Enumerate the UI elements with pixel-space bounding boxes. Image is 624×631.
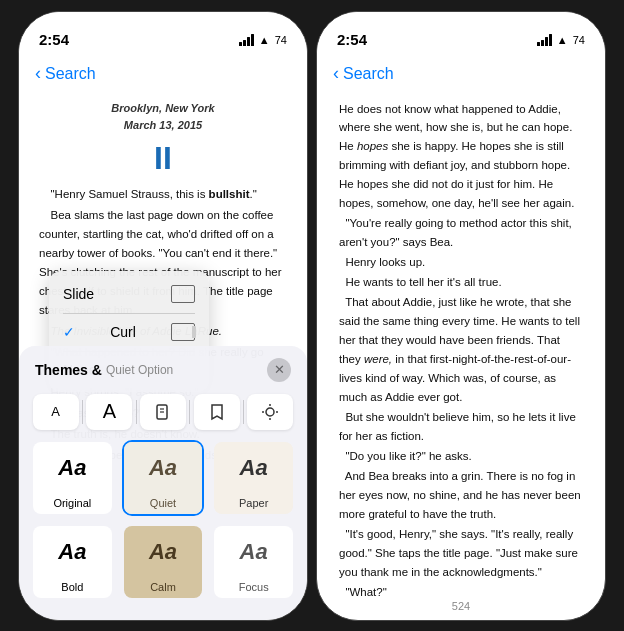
r-para-8: And Bea breaks into a grin. There is no … [339, 467, 583, 524]
transition-slide-label: Slide [63, 286, 94, 302]
theme-bold[interactable]: Aa Bold [31, 524, 114, 600]
back-button-right[interactable]: ‹ Search [333, 63, 394, 84]
r-para-3: Henry looks up. [339, 253, 583, 272]
themes-overlay: Themes & Quiet Option ✕ A A [19, 346, 307, 620]
theme-focus[interactable]: Aa Focus [212, 524, 295, 600]
font-decrease-button[interactable]: A [33, 394, 79, 430]
theme-grid: Aa Original Aa Quiet Aa Paper Aa Bold Aa [19, 440, 307, 600]
font-controls: A A [19, 390, 307, 434]
theme-focus-label: Focus [214, 578, 293, 598]
time-right: 2:54 [337, 31, 367, 48]
bookmark-icon [209, 403, 225, 421]
transition-slide[interactable]: Slide [49, 275, 209, 313]
book-header: Brooklyn, New York March 13, 2015 II [39, 100, 287, 178]
bookmark-button[interactable] [194, 394, 240, 430]
theme-calm-label: Calm [124, 578, 203, 598]
separator-3 [189, 400, 190, 424]
book-content-right: He does not know what happened to Addie,… [317, 92, 605, 596]
separator-1 [82, 400, 83, 424]
nav-bar-left: ‹ Search [19, 56, 307, 92]
doc-icon [154, 403, 172, 421]
page-number: 524 [317, 596, 605, 620]
back-label-right: Search [343, 65, 394, 83]
brightness-icon [261, 403, 279, 421]
back-label-left: Search [45, 65, 96, 83]
book-date: March 13, 2015 [39, 117, 287, 135]
theme-quiet[interactable]: Aa Quiet [122, 440, 205, 516]
status-bar-left: 2:54 ▲ 74 [19, 12, 307, 56]
theme-original[interactable]: Aa Original [31, 440, 114, 516]
back-button-left[interactable]: ‹ Search [35, 63, 96, 84]
font-increase-button[interactable]: A [86, 394, 132, 430]
brightness-button[interactable] [247, 394, 293, 430]
r-para-10: "What?" [339, 583, 583, 596]
signal-icon [239, 34, 254, 46]
close-themes-button[interactable]: ✕ [267, 358, 291, 382]
battery-icon: 74 [275, 34, 287, 46]
svg-point-3 [266, 408, 274, 416]
r-para-1: He does not know what happened to Addie,… [339, 100, 583, 214]
r-para-4: He wants to tell her it's all true. [339, 273, 583, 292]
time-left: 2:54 [39, 31, 69, 48]
book-location: Brooklyn, New York [39, 100, 287, 118]
themes-title: Themes & [35, 362, 102, 378]
status-icons-right: ▲ 74 [537, 34, 585, 46]
battery-icon-right: 74 [573, 34, 585, 46]
theme-quiet-preview: Aa [124, 442, 203, 494]
slide-icon [171, 285, 195, 303]
r-para-7: "Do you like it?" he asks. [339, 447, 583, 466]
chapter-number: II [39, 139, 287, 177]
status-bar-right: 2:54 ▲ 74 [317, 12, 605, 56]
nav-bar-right: ‹ Search [317, 56, 605, 92]
themes-title-row: Themes & Quiet Option [35, 362, 173, 378]
font-style-button[interactable] [140, 394, 186, 430]
theme-original-label: Original [33, 494, 112, 514]
curl-icon [171, 323, 195, 341]
theme-paper-label: Paper [214, 494, 293, 514]
r-para-6: But she wouldn't believe him, so he lets… [339, 408, 583, 446]
wifi-icon: ▲ [259, 34, 270, 46]
theme-bold-preview: Aa [33, 526, 112, 578]
theme-bold-label: Bold [33, 578, 112, 598]
themes-subtitle: Quiet Option [106, 363, 173, 377]
transition-curl-label: Curl [110, 324, 136, 340]
themes-header: Themes & Quiet Option ✕ [19, 358, 307, 390]
r-para-5: That about Addie, just like he wrote, th… [339, 293, 583, 407]
r-para-9: "It's good, Henry," she says. "It's real… [339, 525, 583, 582]
r-para-2: "You're really going to method actor thi… [339, 214, 583, 252]
wifi-icon-right: ▲ [557, 34, 568, 46]
theme-quiet-label: Quiet [124, 494, 203, 514]
theme-paper-preview: Aa [214, 442, 293, 494]
back-arrow-icon: ‹ [35, 63, 41, 84]
separator-4 [243, 400, 244, 424]
themes-panel: Themes & Quiet Option ✕ A A [19, 346, 307, 620]
theme-calm-preview: Aa [124, 526, 203, 578]
check-icon: ✓ [63, 324, 75, 340]
separator-2 [136, 400, 137, 424]
back-arrow-icon-right: ‹ [333, 63, 339, 84]
theme-original-preview: Aa [33, 442, 112, 494]
status-icons-left: ▲ 74 [239, 34, 287, 46]
left-phone: 2:54 ▲ 74 ‹ Search Brooklyn, New York Ma… [18, 11, 308, 621]
signal-icon-right [537, 34, 552, 46]
theme-calm[interactable]: Aa Calm [122, 524, 205, 600]
theme-focus-preview: Aa [214, 526, 293, 578]
para-1: "Henry Samuel Strauss, this is bullshit.… [39, 185, 287, 204]
right-phone: 2:54 ▲ 74 ‹ Search He does not know what… [316, 11, 606, 621]
theme-paper[interactable]: Aa Paper [212, 440, 295, 516]
